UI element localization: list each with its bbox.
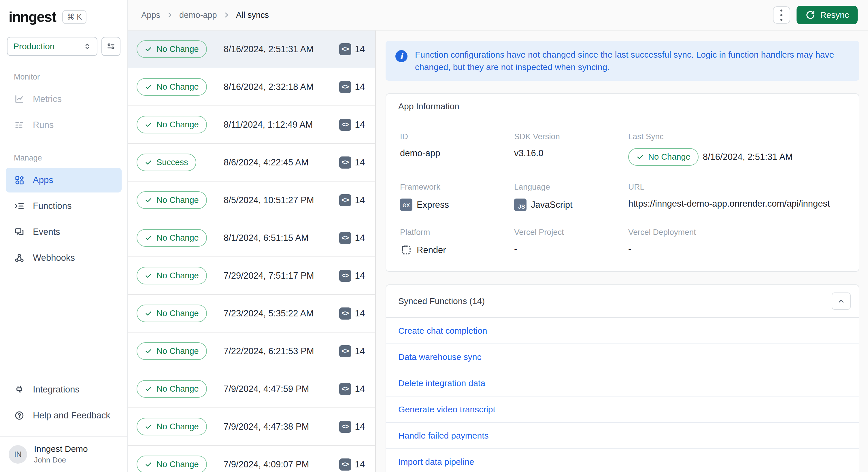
sync-timestamp: 7/9/2024, 4:47:59 PM <box>224 384 309 394</box>
function-link[interactable]: Data warehouse sync <box>398 352 482 362</box>
collapse-button[interactable] <box>832 292 851 310</box>
sidebar-item[interactable]: Apps <box>6 168 122 192</box>
function-count: 14 <box>355 459 365 470</box>
sync-row[interactable]: No Change 8/16/2024, 2:32:18 AM <> 14 <box>128 68 375 106</box>
function-count: 14 <box>355 82 365 92</box>
sync-detail-panel: i Function configurations have not chang… <box>376 31 868 472</box>
function-count: 14 <box>355 120 365 130</box>
function-count-icon: <> <box>339 81 351 93</box>
sync-row[interactable]: No Change 7/22/2024, 6:21:53 PM <> 14 <box>128 333 375 370</box>
inngest-logo: inngest <box>9 9 56 25</box>
sidebar-item-label: Apps <box>33 175 53 185</box>
breadcrumb-demo-app[interactable]: demo-app <box>179 10 217 20</box>
tech-chip-icon: ex <box>400 198 412 211</box>
status-badge: No Change <box>136 191 207 209</box>
check-icon <box>145 234 152 242</box>
synced-function-row: Generate video transcript <box>386 397 859 423</box>
status-badge: No Change <box>136 40 207 58</box>
status-badge: No Change <box>136 418 207 435</box>
sync-row[interactable]: Success 8/6/2024, 4:22:45 AM <> 14 <box>128 144 375 182</box>
app-info-field: Framework ex Express <box>400 182 514 211</box>
field-label: URL <box>628 182 847 192</box>
function-link[interactable]: Generate video transcript <box>398 405 495 414</box>
function-count: 14 <box>355 271 365 281</box>
function-count: 14 <box>355 233 365 243</box>
field-value-text: https://inngest-demo-app.onrender.com/ap… <box>628 198 830 209</box>
sync-timestamp: 8/5/2024, 10:51:27 PM <box>224 195 314 206</box>
app-info-field: URL https://inngest-demo-app.onrender.co… <box>628 182 847 211</box>
sync-row[interactable]: No Change 7/9/2024, 4:47:38 PM <> 14 <box>128 408 375 446</box>
sync-timestamp: 8/6/2024, 4:22:45 AM <box>224 157 309 168</box>
app-info-field: Last Sync No Change 8/16/2024, 2:51:31 A… <box>628 132 847 166</box>
sidebar-item[interactable]: Metrics <box>6 87 122 112</box>
function-link[interactable]: Create chat completion <box>398 326 487 336</box>
sidebar-item[interactable]: Functions <box>6 194 122 218</box>
sidebar-item-label: Webhooks <box>33 253 75 263</box>
sync-row[interactable]: No Change 8/11/2024, 1:12:49 AM <> 14 <box>128 106 375 144</box>
field-value-text: 8/16/2024, 2:51:31 AM <box>703 152 793 162</box>
more-options-button[interactable] <box>773 6 790 24</box>
function-count-icon: <> <box>339 156 351 168</box>
environment-settings-button[interactable] <box>101 37 120 56</box>
sync-timestamp: 7/9/2024, 4:09:07 PM <box>224 459 309 470</box>
resync-button[interactable]: Resync <box>797 6 858 24</box>
sync-row[interactable]: No Change 7/29/2024, 7:51:17 PM <> 14 <box>128 257 375 295</box>
sync-timestamp: 8/1/2024, 6:51:15 AM <box>224 233 309 243</box>
function-count: 14 <box>355 421 365 432</box>
synced-function-row: Handle failed payments <box>386 423 859 449</box>
sidebar-item-label: Metrics <box>33 94 62 104</box>
check-icon <box>145 196 152 204</box>
function-count: 14 <box>355 384 365 394</box>
sync-row[interactable]: No Change 7/9/2024, 4:09:07 PM <> 14 <box>128 446 375 472</box>
status-badge: No Change <box>136 380 207 398</box>
function-count-icon: <> <box>339 119 351 131</box>
sidebar-item[interactable]: Help and Feedback <box>6 403 122 428</box>
sidebar-item[interactable]: Runs <box>6 113 122 137</box>
breadcrumb-apps[interactable]: Apps <box>141 10 160 20</box>
check-icon <box>145 423 152 431</box>
sync-row[interactable]: No Change 8/16/2024, 2:51:31 AM <> 14 <box>128 31 375 68</box>
sync-row[interactable]: No Change 8/5/2024, 10:51:27 PM <> 14 <box>128 182 375 219</box>
command-k-shortcut-badge[interactable]: ⌘ K <box>62 10 87 24</box>
check-icon <box>145 461 152 468</box>
status-badge: No Change <box>136 229 207 247</box>
breadcrumb-all-syncs: All syncs <box>236 10 269 20</box>
sidebar-monitor-items: Metrics Runs <box>6 87 122 137</box>
sync-row[interactable]: No Change 7/23/2024, 5:35:22 AM <> 14 <box>128 295 375 333</box>
function-link[interactable]: Handle failed payments <box>398 431 489 441</box>
sidebar-item-icon <box>14 226 25 238</box>
field-label: Vercel Deployment <box>628 228 847 237</box>
sidebar-item-icon <box>14 94 25 104</box>
chevron-up-down-icon <box>84 42 91 51</box>
sidebar-item[interactable]: Integrations <box>6 377 122 402</box>
function-count-icon: <> <box>339 459 351 471</box>
avatar: IN <box>9 445 27 464</box>
field-label: SDK Version <box>514 132 628 141</box>
sidebar-item[interactable]: Events <box>6 220 122 244</box>
sidebar-item-icon <box>14 410 25 421</box>
sidebar-section-monitor: Monitor <box>6 69 122 86</box>
sync-timestamp: 7/23/2024, 5:35:22 AM <box>224 308 314 319</box>
sidebar-item[interactable]: Webhooks <box>6 246 122 270</box>
sync-row[interactable]: No Change 7/9/2024, 4:47:59 PM <> 14 <box>128 370 375 408</box>
render-platform-icon <box>400 244 412 256</box>
check-icon <box>145 272 152 280</box>
sync-row[interactable]: No Change 8/1/2024, 6:51:15 AM <> 14 <box>128 219 375 257</box>
sidebar-item-label: Runs <box>33 120 54 130</box>
synced-function-row: Delete integration data <box>386 370 859 397</box>
app-information-title: App Information <box>398 101 459 111</box>
sync-timestamp: 8/11/2024, 1:12:49 AM <box>224 120 313 130</box>
sync-timestamp: 8/16/2024, 2:32:18 AM <box>224 82 314 92</box>
function-link[interactable]: Import data pipeline <box>398 457 474 467</box>
function-link[interactable]: Delete integration data <box>398 378 485 388</box>
profile-menu[interactable]: IN Inngest Demo John Doe <box>0 436 127 472</box>
check-icon <box>145 45 152 53</box>
check-icon <box>145 385 152 393</box>
synced-function-row: Create chat completion <box>386 318 859 344</box>
field-value-text: - <box>628 244 631 254</box>
status-badge: No Change <box>628 148 699 166</box>
field-label: ID <box>400 132 514 141</box>
environment-select[interactable]: Production <box>7 37 97 56</box>
app-info-field: Platform Render <box>400 228 514 256</box>
status-badge: No Change <box>136 305 207 322</box>
